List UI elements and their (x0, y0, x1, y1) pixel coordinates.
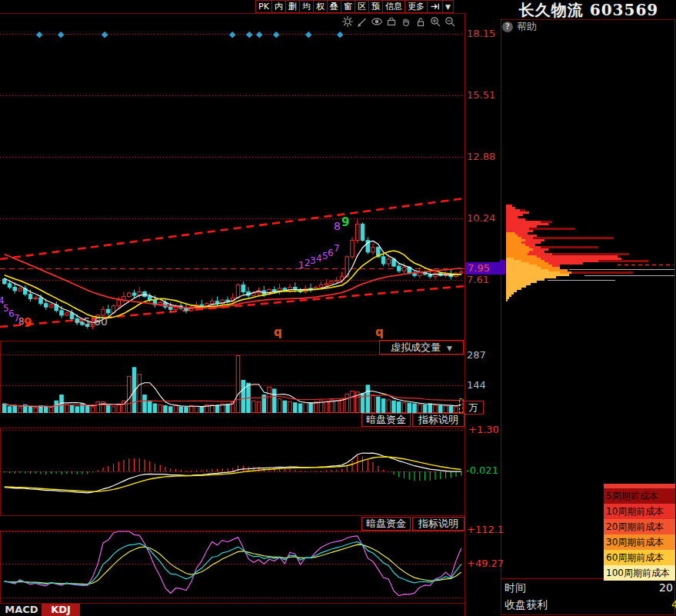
indicator-help-button[interactable]: 指标说明 (412, 517, 465, 531)
dark-pool-funds-button[interactable]: 暗盘资金 (361, 413, 411, 427)
toolbar-button-权[interactable]: 权 (313, 0, 328, 13)
gear-icon[interactable] (341, 15, 354, 28)
volume-selector-label: 虚拟成交量 (391, 341, 441, 353)
question-icon: ? (502, 22, 513, 32)
kdj-axis-mid: +49.27 (467, 558, 504, 569)
cost-legend: 5周期前成本10周期前成本20周期前成本30周期前成本60周期前成本100周期前… (604, 484, 675, 581)
diamond-marker-icon: ◆ (58, 29, 64, 39)
sequence-number: 4 (316, 253, 322, 264)
hand-icon[interactable] (400, 15, 412, 28)
help-button[interactable]: ? 帮助 (502, 20, 537, 34)
trading-terminal: PK内删均权叠窗区预信息更多▼ 长久物流 603569 ? 帮助 18.1515… (0, 0, 676, 616)
legend-item: 20周期前成本 (604, 519, 675, 534)
toolbar-button-预[interactable]: 预 (368, 0, 383, 13)
price-axis-label: 7.61 (467, 274, 489, 285)
tab-kdj[interactable]: KDJ (42, 604, 80, 616)
diamond-marker-icon: ◆ (246, 29, 252, 39)
zoom-out-icon[interactable] (444, 15, 456, 28)
toolbar-button-删[interactable]: 删 (285, 0, 300, 13)
low-price-annotation: ←5.60 (75, 315, 108, 328)
sequence-number: 1 (298, 260, 305, 271)
close-profit-value: 4 (671, 598, 676, 611)
price-axis-label: 15.51 (467, 89, 495, 101)
toolbox-icon[interactable] (385, 15, 398, 28)
toolbar-button-区[interactable]: 区 (355, 0, 369, 13)
dark-pool-funds-button[interactable]: 暗盘资金 (361, 517, 411, 531)
chevron-down-icon: ▼ (447, 345, 452, 352)
price-axis-label: 10.24 (467, 212, 495, 224)
toolbar-button-窗[interactable]: 窗 (341, 0, 355, 13)
diamond-marker-icon: ◆ (256, 29, 262, 39)
indicator-help-button[interactable]: 指标说明 (412, 413, 465, 427)
sequence-number: 6 (328, 248, 334, 258)
close-profit-label: 收盘获利 (505, 598, 548, 612)
toolbar-button-叠[interactable]: 叠 (327, 0, 341, 13)
sequence-number: 7 (334, 243, 340, 254)
sequence-number: 3 (310, 255, 316, 266)
time-label: 时间 (505, 581, 526, 595)
volume-indicator-selector[interactable]: 虚拟成交量▼ (379, 340, 464, 355)
legend-item: 5周期前成本 (604, 488, 675, 504)
diamond-marker-icon: ◆ (36, 29, 42, 39)
macd-axis-zero: -0.021 (466, 464, 498, 476)
chart-tools (341, 15, 456, 28)
sequence-number: 9 (341, 215, 349, 229)
sequence-number: 9 (24, 316, 32, 330)
legend-item: 10周期前成本 (604, 504, 675, 519)
go-to-end-icon[interactable] (427, 0, 443, 13)
legend-item: 100周期前成本 (604, 565, 675, 581)
zoom-in-icon[interactable] (429, 15, 441, 28)
price-axis-label: 18.15 (467, 28, 495, 39)
gap-marker: q (375, 325, 384, 339)
toolbar-button-更多[interactable]: 更多 (405, 0, 428, 13)
kdj-axis-max: +112.1 (467, 524, 504, 535)
dropdown-caret-icon[interactable]: ▼ (442, 0, 454, 13)
diamond-marker-icon: ◆ (229, 29, 235, 39)
diamond-marker-icon: ◆ (273, 29, 279, 39)
help-label: 帮助 (517, 20, 537, 34)
legend-item: 60周期前成本 (604, 550, 675, 565)
page-title: 长久物流 603569 (501, 0, 676, 21)
volume-axis-max: 287 (467, 349, 486, 361)
sequence-number: 8 (334, 220, 341, 232)
toolbar: PK内删均权叠窗区预信息更多▼ (256, 0, 454, 13)
tab-macd[interactable]: MACD (2, 604, 42, 616)
toolbar-button-均[interactable]: 均 (299, 0, 314, 13)
diamond-marker-icon: ◆ (102, 29, 108, 39)
eye-icon[interactable] (371, 15, 383, 28)
gap-marker: q (274, 325, 282, 339)
chart-canvas[interactable] (0, 0, 676, 616)
toolbar-button-内[interactable]: 内 (271, 0, 286, 13)
pencil-icon[interactable] (356, 15, 368, 28)
toolbar-button-信息[interactable]: 信息 (382, 0, 405, 13)
macd-axis-max: +1.30 (468, 424, 499, 435)
time-value: 20 (659, 581, 673, 594)
volume-unit-badge: 万 (463, 401, 484, 415)
current-price-badge: 7.95 (465, 262, 500, 275)
indicator-tabs: MACD KDJ (2, 604, 80, 616)
toolbar-button-PK[interactable]: PK (255, 0, 272, 13)
diamond-marker-icon: ◆ (337, 29, 343, 39)
diamond-marker-icon: ◆ (305, 29, 311, 39)
lock-icon[interactable] (415, 15, 427, 28)
price-axis-label: 12.88 (467, 151, 495, 162)
legend-item: 30周期前成本 (604, 534, 675, 550)
volume-axis-mid: 144 (467, 379, 486, 391)
